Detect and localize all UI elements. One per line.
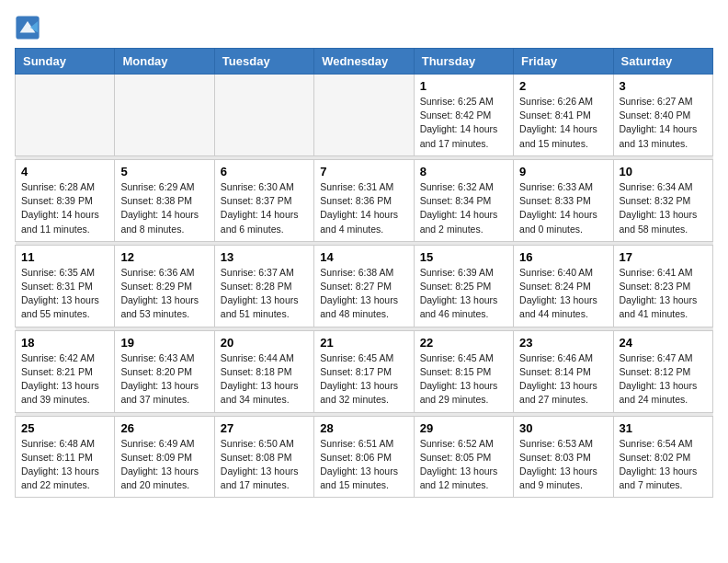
day-info: Sunrise: 6:31 AM Sunset: 8:36 PM Dayligh… — [320, 180, 407, 236]
day-number: 20 — [221, 336, 308, 350]
day-number: 1 — [420, 79, 507, 93]
weekday-header-tuesday: Tuesday — [214, 49, 313, 75]
day-number: 10 — [620, 165, 707, 178]
day-number: 9 — [519, 165, 607, 178]
day-number: 23 — [519, 336, 607, 350]
day-number: 21 — [320, 336, 407, 350]
day-info: Sunrise: 6:34 AM Sunset: 8:32 PM Dayligh… — [620, 180, 707, 236]
calendar-cell: 8Sunrise: 6:32 AM Sunset: 8:34 PM Daylig… — [414, 159, 513, 241]
calendar-cell: 24Sunrise: 6:47 AM Sunset: 8:12 PM Dayli… — [613, 330, 712, 412]
day-number: 30 — [519, 421, 607, 435]
day-number: 2 — [519, 79, 607, 93]
calendar-cell: 11Sunrise: 6:35 AM Sunset: 8:31 PM Dayli… — [16, 245, 115, 327]
weekday-header-monday: Monday — [115, 49, 214, 75]
day-info: Sunrise: 6:52 AM Sunset: 8:05 PM Dayligh… — [420, 437, 507, 493]
weekday-header-sunday: Sunday — [16, 49, 115, 75]
calendar-cell: 1Sunrise: 6:25 AM Sunset: 8:42 PM Daylig… — [414, 75, 513, 156]
weekday-header-wednesday: Wednesday — [314, 49, 414, 75]
day-number: 3 — [620, 79, 707, 93]
calendar-cell: 2Sunrise: 6:26 AM Sunset: 8:41 PM Daylig… — [514, 75, 613, 156]
calendar-week-row: 4Sunrise: 6:28 AM Sunset: 8:39 PM Daylig… — [16, 159, 713, 241]
day-number: 13 — [221, 250, 308, 264]
calendar-cell: 29Sunrise: 6:52 AM Sunset: 8:05 PM Dayli… — [414, 416, 513, 498]
day-number: 22 — [420, 336, 507, 350]
calendar-cell — [115, 75, 214, 156]
calendar-cell: 13Sunrise: 6:37 AM Sunset: 8:28 PM Dayli… — [214, 245, 313, 327]
day-info: Sunrise: 6:54 AM Sunset: 8:02 PM Dayligh… — [620, 437, 707, 493]
calendar-cell: 5Sunrise: 6:29 AM Sunset: 8:38 PM Daylig… — [115, 159, 214, 241]
day-info: Sunrise: 6:37 AM Sunset: 8:28 PM Dayligh… — [221, 266, 308, 322]
calendar-cell: 26Sunrise: 6:49 AM Sunset: 8:09 PM Dayli… — [115, 416, 214, 498]
calendar-cell — [16, 75, 115, 156]
logo — [15, 15, 44, 40]
day-info: Sunrise: 6:43 AM Sunset: 8:20 PM Dayligh… — [120, 351, 208, 408]
day-info: Sunrise: 6:35 AM Sunset: 8:31 PM Dayligh… — [21, 266, 108, 322]
day-number: 11 — [21, 250, 108, 264]
day-number: 14 — [320, 250, 407, 264]
day-info: Sunrise: 6:41 AM Sunset: 8:23 PM Dayligh… — [620, 266, 707, 322]
day-info: Sunrise: 6:53 AM Sunset: 8:03 PM Dayligh… — [519, 437, 607, 493]
calendar-week-row: 25Sunrise: 6:48 AM Sunset: 8:11 PM Dayli… — [16, 416, 713, 498]
calendar-cell: 17Sunrise: 6:41 AM Sunset: 8:23 PM Dayli… — [613, 245, 712, 327]
logo-icon — [15, 15, 40, 40]
day-number: 12 — [120, 250, 208, 264]
day-number: 5 — [120, 165, 208, 178]
calendar-cell: 12Sunrise: 6:36 AM Sunset: 8:29 PM Dayli… — [115, 245, 214, 327]
day-number: 31 — [620, 421, 707, 435]
calendar-week-row: 11Sunrise: 6:35 AM Sunset: 8:31 PM Dayli… — [16, 245, 713, 327]
day-number: 18 — [21, 336, 108, 350]
calendar-cell: 22Sunrise: 6:45 AM Sunset: 8:15 PM Dayli… — [414, 330, 513, 412]
day-info: Sunrise: 6:38 AM Sunset: 8:27 PM Dayligh… — [320, 266, 407, 322]
day-number: 29 — [420, 421, 507, 435]
day-info: Sunrise: 6:28 AM Sunset: 8:39 PM Dayligh… — [21, 180, 108, 236]
day-number: 8 — [420, 165, 507, 178]
day-info: Sunrise: 6:47 AM Sunset: 8:12 PM Dayligh… — [620, 351, 707, 408]
day-info: Sunrise: 6:42 AM Sunset: 8:21 PM Dayligh… — [21, 351, 108, 408]
day-number: 19 — [120, 336, 208, 350]
day-info: Sunrise: 6:46 AM Sunset: 8:14 PM Dayligh… — [519, 351, 607, 408]
calendar-cell: 30Sunrise: 6:53 AM Sunset: 8:03 PM Dayli… — [514, 416, 613, 498]
day-number: 28 — [320, 421, 407, 435]
calendar-cell: 15Sunrise: 6:39 AM Sunset: 8:25 PM Dayli… — [414, 245, 513, 327]
day-number: 24 — [620, 336, 707, 350]
day-info: Sunrise: 6:26 AM Sunset: 8:41 PM Dayligh… — [519, 95, 607, 151]
day-info: Sunrise: 6:44 AM Sunset: 8:18 PM Dayligh… — [221, 351, 308, 408]
day-info: Sunrise: 6:51 AM Sunset: 8:06 PM Dayligh… — [320, 437, 407, 493]
calendar-cell: 10Sunrise: 6:34 AM Sunset: 8:32 PM Dayli… — [613, 159, 712, 241]
calendar-cell: 4Sunrise: 6:28 AM Sunset: 8:39 PM Daylig… — [16, 159, 115, 241]
day-info: Sunrise: 6:32 AM Sunset: 8:34 PM Dayligh… — [420, 180, 507, 236]
calendar-cell: 9Sunrise: 6:33 AM Sunset: 8:33 PM Daylig… — [514, 159, 613, 241]
day-info: Sunrise: 6:36 AM Sunset: 8:29 PM Dayligh… — [120, 266, 208, 322]
calendar-cell: 16Sunrise: 6:40 AM Sunset: 8:24 PM Dayli… — [514, 245, 613, 327]
calendar-cell: 7Sunrise: 6:31 AM Sunset: 8:36 PM Daylig… — [314, 159, 414, 241]
day-info: Sunrise: 6:39 AM Sunset: 8:25 PM Dayligh… — [420, 266, 507, 322]
day-info: Sunrise: 6:45 AM Sunset: 8:17 PM Dayligh… — [320, 351, 407, 408]
day-number: 25 — [21, 421, 108, 435]
page-header — [15, 15, 713, 40]
weekday-header-thursday: Thursday — [414, 49, 513, 75]
weekday-header-friday: Friday — [514, 49, 613, 75]
day-info: Sunrise: 6:29 AM Sunset: 8:38 PM Dayligh… — [120, 180, 208, 236]
day-info: Sunrise: 6:48 AM Sunset: 8:11 PM Dayligh… — [21, 437, 108, 493]
weekday-header-saturday: Saturday — [613, 49, 712, 75]
calendar-cell: 23Sunrise: 6:46 AM Sunset: 8:14 PM Dayli… — [514, 330, 613, 412]
day-info: Sunrise: 6:25 AM Sunset: 8:42 PM Dayligh… — [420, 95, 507, 151]
calendar-cell: 6Sunrise: 6:30 AM Sunset: 8:37 PM Daylig… — [214, 159, 313, 241]
calendar-cell: 25Sunrise: 6:48 AM Sunset: 8:11 PM Dayli… — [16, 416, 115, 498]
day-info: Sunrise: 6:45 AM Sunset: 8:15 PM Dayligh… — [420, 351, 507, 408]
weekday-header-row: SundayMondayTuesdayWednesdayThursdayFrid… — [16, 49, 713, 75]
calendar-cell — [314, 75, 414, 156]
day-number: 6 — [221, 165, 308, 178]
day-info: Sunrise: 6:49 AM Sunset: 8:09 PM Dayligh… — [120, 437, 208, 493]
calendar-cell: 14Sunrise: 6:38 AM Sunset: 8:27 PM Dayli… — [314, 245, 414, 327]
day-number: 17 — [620, 250, 707, 264]
calendar-cell: 19Sunrise: 6:43 AM Sunset: 8:20 PM Dayli… — [115, 330, 214, 412]
day-info: Sunrise: 6:30 AM Sunset: 8:37 PM Dayligh… — [221, 180, 308, 236]
day-number: 16 — [519, 250, 607, 264]
calendar: SundayMondayTuesdayWednesdayThursdayFrid… — [15, 48, 713, 498]
day-number: 4 — [21, 165, 108, 178]
calendar-week-row: 1Sunrise: 6:25 AM Sunset: 8:42 PM Daylig… — [16, 75, 713, 156]
day-info: Sunrise: 6:33 AM Sunset: 8:33 PM Dayligh… — [519, 180, 607, 236]
calendar-cell: 27Sunrise: 6:50 AM Sunset: 8:08 PM Dayli… — [214, 416, 313, 498]
day-number: 26 — [120, 421, 208, 435]
